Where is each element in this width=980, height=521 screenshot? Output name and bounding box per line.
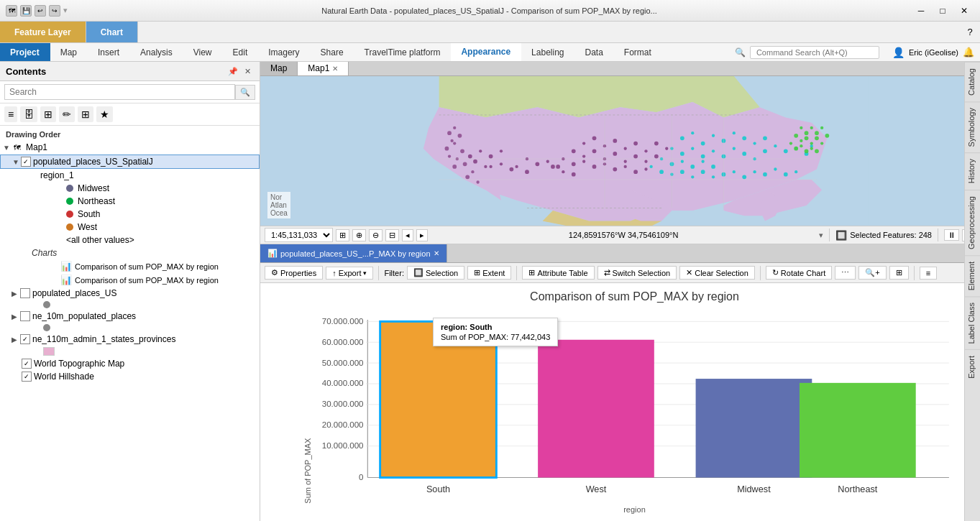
pause-button[interactable]: ⏸ [944,229,959,241]
switch-selection-button[interactable]: ⇄ Switch Selection [597,266,677,280]
tab-map1[interactable]: Map1 ✕ [298,62,349,75]
tab-insert[interactable]: Insert [88,43,130,61]
chart-settings-button[interactable]: ≡ [920,267,937,280]
coord-dropdown-icon[interactable]: ▾ [819,231,823,240]
tab-edit[interactable]: Edit [223,43,259,61]
chart-tab[interactable]: Chart [86,22,138,42]
nav-right-button[interactable]: ▸ [416,229,428,241]
attribute-table-button[interactable]: ⊞ Attribute Table [522,266,594,280]
bar-northeast[interactable] [800,383,916,478]
side-tab-symbology[interactable]: Symbology [965,101,980,152]
scale-dropdown[interactable]: 1:45,131,033 [265,228,333,242]
sidebar-item-chart2[interactable]: 📊 Comparison of sum POP_MAX by region [0,273,260,287]
command-search-input[interactable] [750,46,879,59]
contents-search-input[interactable] [4,84,235,100]
pin-icon[interactable]: 📌 [226,65,239,78]
tab-imagery[interactable]: Imagery [258,43,310,61]
feature-layer-tab[interactable]: Feature Layer [0,22,86,42]
tab-labeling[interactable]: Labeling [521,43,574,61]
redo-icon[interactable]: ↪ [49,5,60,17]
sidebar-item-midwest[interactable]: Midwest [0,182,260,195]
tab-map[interactable]: Map [260,62,298,75]
checkbox-ne10m[interactable] [20,311,30,321]
sidebar-item-chart1[interactable]: 📊 Comparison of sum POP_MAX by region [0,259,260,273]
clear-selection-button[interactable]: ✕ Clear Selection [679,266,755,280]
star-button[interactable]: ★ [96,106,113,122]
maximize-button[interactable]: □ [933,1,953,21]
filter-button[interactable]: ⊞ [40,106,56,122]
bar-west[interactable] [538,340,654,478]
sidebar-item-world-hillshade[interactable]: ✓ World Hillshade [0,370,260,383]
svg-point-103 [794,134,798,138]
checkbox-spatialj[interactable]: ✓ [21,157,31,167]
checkbox-ne110m[interactable]: ✓ [20,334,30,344]
chart-plot[interactable]: 70.000.000 60.000.000 50.000.000 40.000.… [318,310,966,504]
tab-map1-close[interactable]: ✕ [332,65,338,73]
chart-tab-close[interactable]: ✕ [434,249,439,257]
bell-icon[interactable]: 🔔 [963,47,974,57]
nav-left-button[interactable]: ◂ [402,229,413,241]
sidebar-item-allother[interactable]: <all other values> [0,234,260,246]
rotate-chart-button[interactable]: ↻ Rotate Chart [766,266,832,280]
sidebar-item-world-topo[interactable]: ✓ World Topographic Map [0,357,260,370]
side-tab-geoprocessing[interactable]: Geoprocessing [965,190,980,255]
tab-format[interactable]: Format [614,43,662,61]
sidebar-item-ne110m[interactable]: ▶ ✓ ne_110m_admin_1_states_provinces [0,333,260,346]
side-tab-element[interactable]: Element [965,255,980,296]
side-tab-history[interactable]: History [965,152,980,189]
grid-view-button[interactable]: ⊞ [78,106,93,122]
side-tab-labelclass[interactable]: Label Class [965,296,980,349]
zoom-in-button[interactable]: ⊕ [352,229,366,241]
tab-share[interactable]: Share [311,43,354,61]
side-tab-catalog[interactable]: Catalog [965,62,980,101]
checkbox-world-topo[interactable]: ✓ [22,359,32,369]
more-options-button[interactable]: ⋯ [835,266,856,280]
list-view-button[interactable]: ≡ [4,106,17,122]
close-button[interactable]: ✕ [954,1,974,21]
minimize-button[interactable]: ─ [911,1,931,21]
sidebar-item-south[interactable]: South [0,208,260,221]
chart-main-tab[interactable]: 📊 populated_places_US_...P_MAX by region… [260,244,447,262]
user-name[interactable]: Eric (iGeolise) [909,48,958,57]
tab-data[interactable]: Data [574,43,613,61]
tab-appearance[interactable]: Appearance [451,43,521,61]
sidebar-item-populated-places-us[interactable]: ▶ populated_places_US [0,287,260,300]
save-icon[interactable]: 💾 [20,5,32,17]
contents-search-button[interactable]: 🔍 [235,85,255,100]
tab-analysis[interactable]: Analysis [130,43,183,61]
sidebar-item-ne10m[interactable]: ▶ ne_10m_populated_places [0,310,260,323]
bookmark-button[interactable]: ⊟ [385,229,399,241]
sidebar-item-northeast[interactable]: Northeast [0,195,260,208]
export-button[interactable]: ↑ Export [326,267,373,280]
svg-point-18 [680,152,684,156]
side-tab-export[interactable]: Export [965,349,980,384]
tab-map[interactable]: Map [50,43,88,61]
map-area[interactable]: NorAtlanOcea [260,76,980,226]
extent-filter-button[interactable]: ⊞ Extent [467,266,511,280]
checkbox-world-hillshade[interactable]: ✓ [22,372,32,382]
tab-view[interactable]: View [183,43,223,61]
database-view-button[interactable]: 🗄 [20,106,37,122]
zoom-in-chart-button[interactable]: 🔍+ [858,266,886,280]
svg-text:30.000.000: 30.000.000 [322,400,364,409]
svg-point-112 [800,144,802,147]
edit-button[interactable]: ✏ [59,106,75,122]
bar-midwest[interactable] [696,379,812,477]
selection-filter-button[interactable]: 🔲 Selection [407,266,464,280]
tab-traveltime[interactable]: TravelTime platform [354,43,452,61]
sidebar-item-map1[interactable]: ▼ 🗺 Map1 [0,140,260,155]
tab-project[interactable]: Project [0,43,50,61]
zoom-extents-button[interactable]: ⊞ [336,229,349,241]
checkbox-pop-us[interactable] [20,288,30,298]
chart-area: Sum of POP_MAX 70.000.000 60.000.000 50.… [303,310,966,504]
sidebar-item-region1[interactable]: region_1 [0,169,260,182]
sidebar-item-populated-places-spatialj[interactable]: ▼ ✓ populated_places_US_SpatialJ [0,155,260,169]
undo-icon[interactable]: ↩ [35,5,46,17]
bar-south[interactable] [380,322,497,478]
properties-button[interactable]: ⚙ Properties [265,266,323,280]
close-panel-icon[interactable]: ✕ [241,65,254,78]
sidebar-item-west[interactable]: West [0,221,260,234]
help-button[interactable]: ? [960,22,980,42]
zoom-out-chart-button[interactable]: ⊞ [889,266,909,280]
zoom-out-button[interactable]: ⊖ [369,229,383,241]
